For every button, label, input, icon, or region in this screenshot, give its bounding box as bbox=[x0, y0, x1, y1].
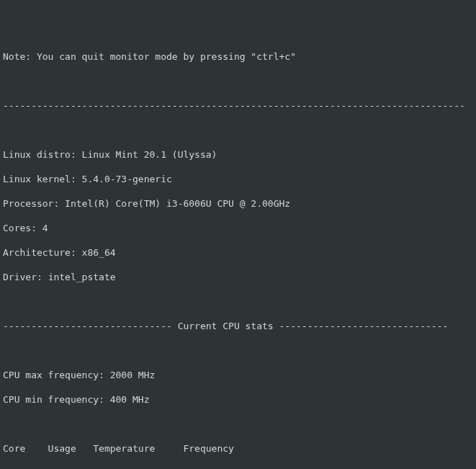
distro-line: Linux distro: Linux Mint 20.1 (Ulyssa) bbox=[3, 148, 473, 161]
distro-value: Linux Mint 20.1 (Ulyssa) bbox=[82, 149, 217, 160]
blank bbox=[3, 75, 473, 87]
cores-label: Cores: bbox=[3, 223, 42, 233]
blank bbox=[3, 344, 473, 357]
cpu-max-label: CPU max frequency: bbox=[3, 370, 110, 380]
blank bbox=[3, 295, 473, 308]
processor-value: Intel(R) Core(TM) i3-6006U CPU @ 2.00GHz bbox=[65, 198, 290, 209]
blank bbox=[3, 418, 473, 430]
kernel-value: 5.4.0-73-generic bbox=[82, 174, 172, 184]
kernel-label: Linux kernel: bbox=[3, 174, 82, 184]
cores-line: Cores: 4 bbox=[3, 222, 473, 234]
processor-label: Processor: bbox=[3, 198, 65, 209]
arch-line: Architecture: x86_64 bbox=[3, 246, 473, 259]
blank bbox=[3, 124, 473, 136]
section-stats-header: ------------------------------ Current C… bbox=[3, 320, 473, 332]
cpu-max-value: 2000 MHz bbox=[110, 370, 156, 380]
driver-line: Driver: intel_pstate bbox=[3, 271, 473, 283]
processor-line: Processor: Intel(R) Core(TM) i3-6006U CP… bbox=[3, 197, 473, 210]
arch-value: x86_64 bbox=[82, 247, 116, 258]
arch-label: Architecture: bbox=[3, 247, 82, 258]
driver-label: Driver: bbox=[3, 272, 48, 282]
cpu-min-value: 400 MHz bbox=[110, 394, 150, 405]
note-text: Note: You can quit monitor mode by press… bbox=[3, 50, 473, 63]
kernel-line: Linux kernel: 5.4.0-73-generic bbox=[3, 173, 473, 185]
cpu-min-line: CPU min frequency: 400 MHz bbox=[3, 393, 473, 406]
cpu-min-label: CPU min frequency: bbox=[3, 394, 110, 405]
divider: ----------------------------------------… bbox=[3, 99, 473, 112]
distro-label: Linux distro: bbox=[3, 149, 82, 160]
core-table-header: Core Usage Temperature Frequency bbox=[3, 442, 473, 455]
driver-value: intel_pstate bbox=[48, 272, 116, 282]
cores-value: 4 bbox=[42, 223, 48, 233]
cpu-max-line: CPU max frequency: 2000 MHz bbox=[3, 369, 473, 381]
